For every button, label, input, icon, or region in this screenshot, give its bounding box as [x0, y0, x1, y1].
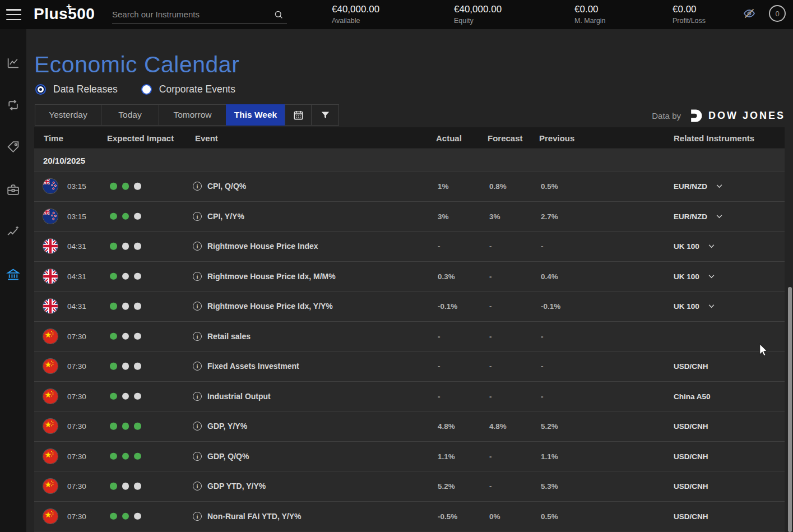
info-icon[interactable]: i	[193, 332, 202, 341]
table-row[interactable]: 07:30iGDP, Q/Q%1.1%-1.1%USD/CNH	[34, 442, 785, 472]
instrument-name: USD/CNH	[674, 452, 708, 460]
previous-value: 0.4%	[541, 272, 558, 280]
event-time: 07:30	[67, 362, 86, 371]
stat-label: Profit/Loss	[673, 17, 706, 25]
chart-icon[interactable]	[6, 56, 20, 70]
radio-unselected-icon[interactable]	[141, 84, 152, 95]
actual-value: -	[438, 362, 440, 371]
radio-data-releases[interactable]: Data Releases	[35, 84, 118, 95]
radio-selected-icon[interactable]	[35, 84, 46, 95]
expected-impact-dots	[110, 303, 141, 310]
impact-dot-active	[122, 423, 129, 430]
economic-calendar-icon[interactable]	[6, 267, 20, 281]
related-instrument[interactable]: USD/CNH	[674, 422, 708, 431]
dow-jones-brand: DOW JONES	[689, 109, 785, 123]
event-cell: iRightmove House Price Idx, M/M%	[193, 272, 336, 281]
chevron-down-icon[interactable]	[715, 212, 724, 220]
info-icon[interactable]: i	[193, 512, 202, 521]
trends-icon[interactable]	[6, 225, 20, 239]
flag-icon-china	[43, 509, 58, 524]
filter-icon[interactable]	[311, 104, 339, 126]
event-time: 07:30	[67, 482, 86, 491]
info-icon[interactable]: i	[193, 392, 202, 401]
related-instrument[interactable]: EUR/NZD	[674, 212, 724, 220]
info-icon[interactable]: i	[193, 242, 202, 251]
chevron-down-icon[interactable]	[715, 182, 724, 191]
table-row[interactable]: 04:31iRightmove House Price Idx, Y/Y%-0.…	[34, 292, 785, 322]
table-row[interactable]: 03:15iCPI, Q/Q%1%0.8%0.5%EUR/NZD	[34, 172, 785, 202]
actual-value: -0.5%	[438, 512, 457, 520]
tag-icon[interactable]	[6, 140, 20, 154]
related-instrument[interactable]: USD/CNH	[674, 512, 708, 520]
radio-corporate-events[interactable]: Corporate Events	[141, 84, 235, 95]
info-icon[interactable]: i	[193, 362, 202, 371]
visibility-off-icon[interactable]	[743, 7, 756, 20]
chevron-down-icon[interactable]	[707, 302, 716, 311]
related-instrument[interactable]: China A50	[674, 392, 711, 400]
search-input[interactable]	[112, 10, 273, 19]
related-instrument[interactable]: EUR/NZD	[674, 182, 724, 191]
tab-this-week[interactable]: This Week	[226, 104, 285, 126]
calendar-type-filter: Data ReleasesCorporate Events	[35, 84, 235, 95]
info-icon[interactable]: i	[193, 212, 202, 221]
menu-icon[interactable]	[6, 9, 21, 20]
impact-dot-active	[110, 303, 117, 310]
column-header-actual: Actual	[436, 133, 462, 143]
vertical-scrollbar[interactable]	[788, 287, 792, 532]
tab-yesterday[interactable]: Yesterday	[35, 104, 101, 126]
flag-icon-new-zealand	[43, 179, 58, 193]
flag-icon-united-kingdom	[43, 299, 58, 313]
search-icon[interactable]	[273, 10, 284, 20]
impact-dot-active	[110, 363, 117, 370]
notifications-icon[interactable]: 0	[769, 5, 786, 22]
previous-value: 0.5%	[541, 182, 558, 191]
table-row[interactable]: 04:31iRightmove House Price Index---UK 1…	[34, 232, 785, 262]
table-row[interactable]: 07:30iRetail sales---	[34, 322, 785, 352]
info-icon[interactable]: i	[193, 272, 202, 281]
portfolio-icon[interactable]	[6, 183, 20, 197]
calendar-icon[interactable]	[285, 104, 312, 126]
column-header-expected-impact: Expected Impact	[107, 133, 174, 143]
info-icon[interactable]: i	[193, 452, 202, 461]
impact-dot-active	[110, 453, 117, 460]
related-instrument[interactable]: USD/CNH	[674, 362, 708, 371]
actual-value: 4.8%	[438, 422, 455, 431]
table-row[interactable]: 07:30iFixed Assets Investment---USD/CNH	[34, 351, 785, 382]
impact-dot-active	[110, 183, 117, 190]
forecast-value: -	[489, 362, 492, 371]
event-time: 07:30	[67, 392, 86, 400]
event-name: Industrial Output	[207, 392, 271, 401]
previous-value: -	[541, 392, 544, 400]
previous-value: -	[541, 332, 544, 340]
event-name: Retail sales	[207, 332, 251, 341]
impact-dot-active	[122, 213, 129, 220]
stat-value: €40,000.00	[454, 4, 502, 15]
table-row[interactable]: 07:30iGDP, Y/Y%4.8%4.8%5.2%USD/CNH	[34, 411, 785, 442]
tab-tomorrow[interactable]: Tomorrow	[159, 104, 226, 126]
forecast-value: 0.8%	[489, 182, 507, 191]
table-row[interactable]: 07:30iIndustrial Output---China A50	[34, 382, 785, 412]
chevron-down-icon[interactable]	[707, 242, 716, 251]
related-instrument[interactable]: USD/CNH	[674, 452, 708, 460]
related-instrument[interactable]: UK 100	[674, 302, 716, 311]
chevron-down-icon[interactable]	[707, 272, 716, 280]
table-row[interactable]: 07:30iGDP YTD, Y/Y%5.2%-5.3%USD/CNH	[34, 471, 785, 502]
info-icon[interactable]: i	[193, 482, 202, 491]
info-icon[interactable]: i	[193, 422, 202, 431]
tab-today[interactable]: Today	[101, 104, 159, 126]
info-icon[interactable]: i	[193, 302, 202, 311]
related-instrument[interactable]: UK 100	[674, 272, 716, 280]
info-icon[interactable]: i	[193, 182, 202, 191]
dow-jones-logo	[689, 109, 703, 123]
related-instrument[interactable]: USD/CNH	[674, 482, 708, 491]
table-row[interactable]: 03:15iCPI, Y/Y%3%3%2.7%EUR/NZD	[34, 202, 785, 232]
actual-value: 0.3%	[438, 272, 455, 280]
instrument-search[interactable]	[112, 6, 287, 24]
closed-positions-icon[interactable]	[6, 98, 20, 112]
forecast-value: 3%	[489, 212, 500, 220]
table-row[interactable]: 04:31iRightmove House Price Idx, M/M%0.3…	[34, 262, 785, 292]
data-by-label: Data by	[652, 111, 681, 121]
table-row[interactable]: 07:30iNon-Rural FAI YTD, Y/Y%-0.5%0%0.5%…	[34, 502, 785, 532]
impact-dot-inactive	[134, 243, 141, 250]
related-instrument[interactable]: UK 100	[674, 242, 716, 251]
